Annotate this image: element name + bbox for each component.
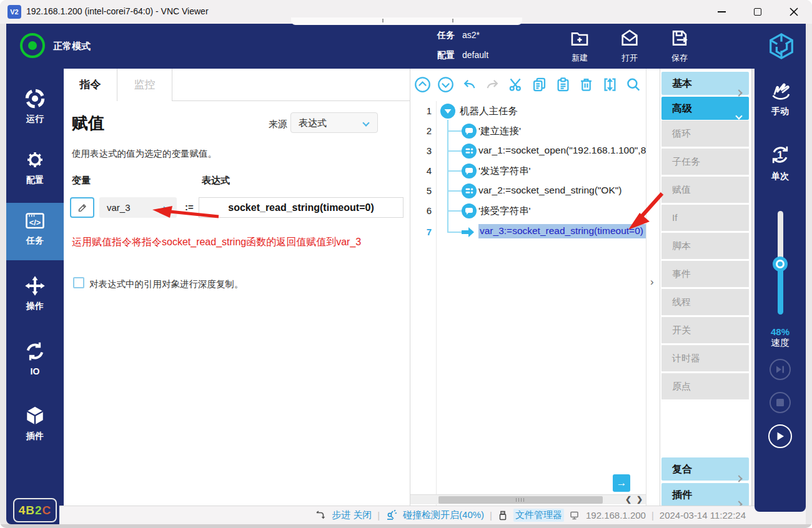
lib-item-timer[interactable]: 计时器 (661, 345, 749, 371)
vnc-toolbar-handle[interactable] (291, 17, 522, 25)
scroll-right-arrow[interactable]: ❯ (634, 495, 645, 505)
speed-slider-fill[interactable] (778, 267, 783, 315)
tree-row[interactable]: 5 var_2:=socket_send_string("OK") (410, 181, 646, 201)
group-basic-label: 基本 (672, 78, 692, 89)
manual-mode-button[interactable]: 手动 (755, 81, 806, 117)
line-number: 3 (410, 145, 432, 156)
group-advanced[interactable]: 高级 (661, 97, 749, 120)
tree-row-text: '建立连接' (478, 125, 521, 138)
save-task-button[interactable]: 保存 (660, 27, 700, 64)
paste-button[interactable] (555, 76, 572, 93)
group-composite[interactable]: 复合 (661, 457, 749, 481)
sidebar-item-plugin[interactable]: 插件 (6, 398, 64, 456)
lib-item-subtask[interactable]: 子任务 (661, 149, 749, 175)
assign-icon (461, 183, 477, 202)
step-forward-button[interactable] (770, 359, 791, 380)
lib-item-event[interactable]: 事件 (661, 261, 749, 287)
mode-status-icon[interactable] (20, 33, 45, 58)
close-button[interactable] (776, 0, 812, 24)
manual-mode-label: 手动 (755, 106, 806, 117)
sidebar-item-operate[interactable]: 操作 (6, 268, 64, 326)
variable-select-value: var_3 (107, 202, 131, 213)
redo-icon (484, 76, 501, 93)
collision-detection-toggle[interactable]: 碰撞检测开启(40%) (403, 509, 484, 521)
horizontal-scrollbar[interactable]: ❮ ❯ (410, 494, 646, 504)
minimize-icon (718, 11, 726, 12)
source-label: 来源 (269, 119, 287, 130)
search-icon (625, 76, 641, 93)
skip-icon (775, 365, 785, 374)
tree-row[interactable]: 3 var_1:=socket_open("192.168.1.100",8 (410, 141, 646, 161)
speed-slider-thumb[interactable] (773, 257, 788, 271)
play-button[interactable] (768, 424, 792, 448)
tab-monitor[interactable]: 监控 (117, 69, 172, 101)
source-select[interactable]: 表达式 (290, 112, 378, 133)
pointer-icon (460, 225, 476, 242)
collapse-panel-chevron[interactable]: › (650, 276, 654, 288)
tree-row[interactable]: 6 '接受字符串' (410, 201, 646, 221)
tree-row[interactable]: 4 '发送字符串' (410, 161, 646, 181)
lib-item-thread[interactable]: 线程 (661, 289, 749, 315)
lib-item-switch[interactable]: 开关 (661, 317, 749, 343)
line-number: 1 (410, 105, 432, 116)
delete-button[interactable] (578, 76, 595, 93)
lib-item-if[interactable]: If (661, 205, 749, 231)
lib-item-script[interactable]: 脚本 (661, 233, 749, 259)
tree-row-text: '发送字符串' (478, 165, 530, 178)
sidebar-item-io[interactable]: IO (6, 334, 64, 391)
sidebar-item-label: 插件 (6, 431, 64, 442)
speed-label: 速度 (755, 337, 806, 349)
sidebar-item-run[interactable]: 运行 (6, 81, 64, 139)
undo-icon (461, 76, 478, 93)
open-task-button[interactable]: 打开 (610, 27, 650, 64)
step-mode-toggle[interactable]: 步进 关闭 (332, 509, 372, 521)
undo-button[interactable] (461, 76, 478, 93)
separator: | (377, 510, 380, 521)
network-icon (570, 511, 580, 521)
deep-copy-checkbox[interactable] (73, 277, 84, 288)
pencil-icon (77, 202, 88, 213)
search-button[interactable] (625, 76, 641, 93)
line-number: 6 (410, 205, 432, 216)
sidebar-item-label: 任务 (6, 235, 64, 247)
file-manager-button[interactable]: 文件管理器 (513, 509, 564, 522)
cut-button[interactable] (508, 76, 525, 93)
group-plugin[interactable]: 插件 (661, 483, 749, 506)
assign-icon (461, 143, 477, 162)
file-manager-icon (498, 511, 508, 521)
tree-row-selected[interactable]: 7 var_3:=socket_read_string(timeout=0) (410, 222, 646, 242)
redo-button[interactable] (484, 76, 501, 93)
lib-item-assign[interactable]: 赋值 (661, 177, 749, 203)
tab-instruction[interactable]: 指令 (64, 69, 117, 101)
move-up-button[interactable] (414, 76, 431, 93)
trash-icon (578, 76, 595, 93)
expression-input[interactable]: socket_read_string(timeout=0) (199, 197, 404, 218)
sidebar-item-config[interactable]: 配置 (6, 142, 64, 200)
single-run-button[interactable]: 1 单次 (755, 142, 806, 182)
chevron-down-icon (735, 112, 742, 119)
chevron-right-icon (735, 475, 742, 482)
minimize-button[interactable] (703, 0, 740, 24)
tree-row[interactable]: 2 '建立连接' (410, 121, 646, 141)
tab-divider (172, 100, 410, 101)
sidebar-item-task[interactable]: </> 任务 (6, 203, 64, 260)
edit-variable-button[interactable] (70, 197, 94, 218)
move-down-button[interactable] (437, 76, 454, 93)
variable-select[interactable]: var_3 (99, 197, 177, 218)
copy-button[interactable] (531, 76, 548, 93)
scroll-left-arrow[interactable]: ❮ (623, 495, 634, 505)
insert-next-button[interactable]: → (613, 474, 630, 492)
new-task-button[interactable]: 新建 (560, 27, 600, 64)
stop-button[interactable] (770, 392, 791, 413)
collapse-icon[interactable] (440, 103, 456, 122)
sidebar-item-label: IO (6, 366, 64, 376)
lib-item-home[interactable]: 原点 (661, 373, 749, 399)
maximize-button[interactable] (740, 0, 776, 24)
group-basic[interactable]: 基本 (661, 72, 749, 95)
command-library-panel: 基本 高级 循环 子任务 赋值 If 脚本 事件 线程 开关 计时器 原点 复合… (660, 69, 752, 506)
scrollbar-thumb[interactable] (438, 496, 603, 504)
single-count: 1 (777, 149, 783, 161)
insert-button[interactable] (602, 76, 618, 93)
tree-row[interactable]: 1 机器人主任务 (410, 101, 646, 121)
lib-item-loop[interactable]: 循环 (661, 120, 749, 147)
